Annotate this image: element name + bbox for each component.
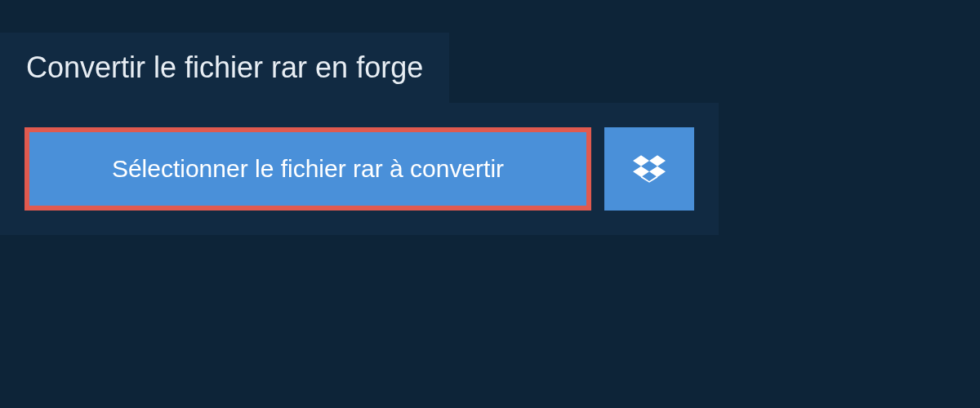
page-title: Convertir le fichier rar en forge [26,51,423,85]
dropbox-button[interactable] [604,127,694,211]
header-tab: Convertir le fichier rar en forge [0,33,449,103]
dropbox-icon [633,153,666,185]
select-file-button[interactable]: Sélectionner le fichier rar à convertir [24,127,591,211]
content-panel: Sélectionner le fichier rar à convertir [0,103,719,235]
select-file-label: Sélectionner le fichier rar à convertir [112,155,504,183]
